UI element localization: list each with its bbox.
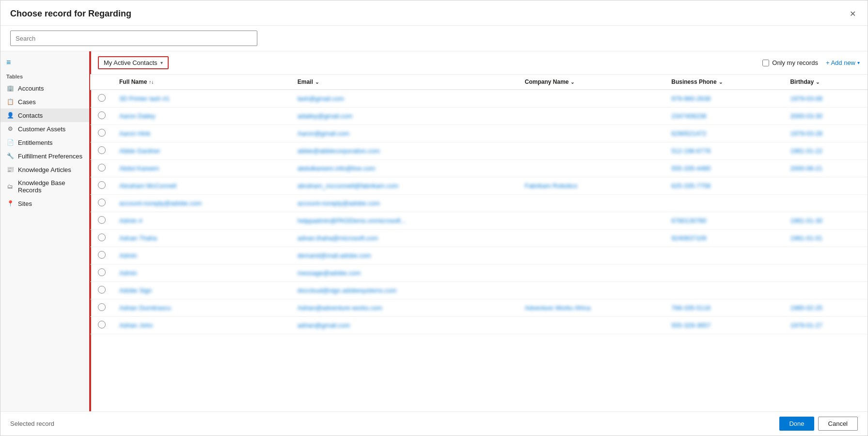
sidebar-item-customer-assets[interactable]: ⚙ Customer Assets bbox=[0, 122, 89, 136]
sidebar-item-label: Sites bbox=[18, 200, 32, 207]
row-email: abbie@abbiecorporation.com bbox=[292, 142, 519, 160]
row-full-name[interactable]: Admin bbox=[113, 265, 292, 282]
row-radio[interactable] bbox=[98, 268, 106, 276]
row-phone bbox=[665, 195, 784, 212]
row-birthday: 1981-01-22 bbox=[784, 142, 868, 160]
th-company-name[interactable]: Company Name ⌄ bbox=[519, 75, 665, 90]
row-select-cell[interactable] bbox=[90, 108, 113, 125]
row-full-name[interactable]: Aaron Dailey bbox=[113, 108, 292, 125]
row-radio[interactable] bbox=[98, 94, 106, 102]
row-birthday: 1979-03-28 bbox=[784, 125, 868, 142]
sidebar-item-cases[interactable]: 📋 Cases bbox=[0, 95, 89, 109]
row-select-cell[interactable] bbox=[90, 90, 113, 108]
row-select-cell[interactable] bbox=[90, 142, 113, 160]
search-input[interactable] bbox=[10, 31, 257, 46]
tables-label: Tables bbox=[0, 70, 89, 81]
row-full-name[interactable]: Admin bbox=[113, 247, 292, 265]
sidebar-item-knowledge-base-records[interactable]: 🗂 Knowledge Base Records bbox=[0, 176, 89, 197]
row-select-cell[interactable] bbox=[90, 230, 113, 247]
row-select-cell[interactable] bbox=[90, 317, 113, 334]
row-radio[interactable] bbox=[98, 251, 106, 259]
add-new-button[interactable]: + Add new ▾ bbox=[826, 59, 860, 66]
sort-icon: ⌄ bbox=[816, 79, 820, 85]
row-select-cell[interactable] bbox=[90, 247, 113, 265]
row-select-cell[interactable] bbox=[90, 265, 113, 282]
chevron-down-icon: ▾ bbox=[160, 60, 163, 65]
main-content: My Active Contacts ▾ Only my records + A… bbox=[90, 51, 868, 411]
table-row: 3D Printer lash #1 lash@gmail.com 979-96… bbox=[90, 90, 868, 108]
sidebar-item-fulfillment-preferences[interactable]: 🔧 Fulfillment Preferences bbox=[0, 149, 89, 163]
done-button[interactable]: Done bbox=[779, 417, 814, 431]
table-row: Admin # helppadmin@PKDDemo.onmicrosoft..… bbox=[90, 212, 868, 230]
row-radio[interactable] bbox=[98, 164, 106, 171]
contacts-table: Full Name ↑↓ Email ⌄ bbox=[90, 75, 868, 334]
sidebar-item-accounts[interactable]: 🏢 Accounts bbox=[0, 81, 89, 95]
row-phone: 555-335-4480 bbox=[665, 160, 784, 177]
row-radio[interactable] bbox=[98, 146, 106, 154]
row-select-cell[interactable] bbox=[90, 299, 113, 317]
sidebar-item-entitlements[interactable]: 📄 Entitlements bbox=[0, 136, 89, 149]
selected-record-label: Selected record bbox=[10, 420, 54, 427]
sites-icon: 📍 bbox=[6, 200, 14, 207]
sidebar-item-label: Entitlements bbox=[18, 139, 53, 146]
row-company bbox=[519, 108, 665, 125]
dialog-body: ≡ Tables 🏢 Accounts 📋 Cases 👤 Contacts ⚙… bbox=[0, 51, 868, 411]
row-email: helppadmin@PKDDemo.onmicrosoft... bbox=[292, 212, 519, 230]
th-email[interactable]: Email ⌄ bbox=[292, 75, 519, 90]
sidebar-item-label: Knowledge Base Records bbox=[18, 179, 83, 194]
row-radio[interactable] bbox=[98, 286, 106, 294]
row-birthday: 1981-01-30 bbox=[784, 212, 868, 230]
row-email: demand@mail.adobe.com bbox=[292, 247, 519, 265]
row-select-cell[interactable] bbox=[90, 195, 113, 212]
row-select-cell[interactable] bbox=[90, 177, 113, 195]
close-button[interactable]: ✕ bbox=[848, 7, 858, 20]
view-selector-button[interactable]: My Active Contacts ▾ bbox=[98, 56, 169, 69]
table-row: Aaron Hink Aaron@gmail.com 6290521472 19… bbox=[90, 125, 868, 142]
row-email: abdulkareem.info@live.com bbox=[292, 160, 519, 177]
sidebar-item-label: Knowledge Articles bbox=[18, 166, 71, 173]
row-full-name[interactable]: Abraham McConnell bbox=[113, 177, 292, 195]
row-radio[interactable] bbox=[98, 181, 106, 189]
row-full-name[interactable]: Abbie Gardner bbox=[113, 142, 292, 160]
row-full-name[interactable]: Aaron Hink bbox=[113, 125, 292, 142]
only-my-records-checkbox[interactable] bbox=[762, 60, 769, 66]
knowledge-articles-icon: 📰 bbox=[6, 166, 14, 173]
row-radio[interactable] bbox=[98, 216, 106, 224]
row-radio[interactable] bbox=[98, 303, 106, 311]
sidebar-item-sites[interactable]: 📍 Sites bbox=[0, 197, 89, 210]
row-select-cell[interactable] bbox=[90, 125, 113, 142]
sidebar-item-label: Customer Assets bbox=[18, 125, 65, 133]
row-full-name[interactable]: Abdul Kareem bbox=[113, 160, 292, 177]
only-my-records-label[interactable]: Only my records bbox=[762, 59, 818, 66]
row-full-name[interactable]: Adrian John bbox=[113, 317, 292, 334]
table-row: Abbie Gardner abbie@abbiecorporation.com… bbox=[90, 142, 868, 160]
row-full-name[interactable]: Adobe Sign bbox=[113, 282, 292, 299]
row-full-name[interactable]: Adrian Dumitrascu bbox=[113, 299, 292, 317]
th-phone-label: Business Phone bbox=[671, 78, 716, 85]
sidebar-item-label: Contacts bbox=[18, 112, 43, 119]
row-full-name[interactable]: Adnan Thaha bbox=[113, 230, 292, 247]
row-select-cell[interactable] bbox=[90, 212, 113, 230]
row-radio[interactable] bbox=[98, 129, 106, 137]
th-birthday[interactable]: Birthday ⌄ bbox=[784, 75, 868, 90]
row-full-name[interactable]: Admin # bbox=[113, 212, 292, 230]
sidebar-item-knowledge-articles[interactable]: 📰 Knowledge Articles bbox=[0, 163, 89, 176]
th-full-name[interactable]: Full Name ↑↓ bbox=[113, 75, 292, 90]
th-business-phone[interactable]: Business Phone ⌄ bbox=[665, 75, 784, 90]
row-select-cell[interactable] bbox=[90, 160, 113, 177]
sidebar-item-label: Fulfillment Preferences bbox=[18, 153, 82, 160]
entitlements-icon: 📄 bbox=[6, 139, 14, 146]
table-row: account-noreply@adobe.com account-norepl… bbox=[90, 195, 868, 212]
cancel-button[interactable]: Cancel bbox=[818, 417, 858, 431]
row-select-cell[interactable] bbox=[90, 282, 113, 299]
search-bar-row bbox=[0, 26, 868, 51]
sidebar-item-contacts[interactable]: 👤 Contacts bbox=[0, 109, 89, 122]
row-radio[interactable] bbox=[98, 321, 106, 328]
row-radio[interactable] bbox=[98, 234, 106, 241]
row-radio[interactable] bbox=[98, 111, 106, 119]
hamburger-icon[interactable]: ≡ bbox=[0, 55, 89, 70]
row-full-name[interactable]: 3D Printer lash #1 bbox=[113, 90, 292, 108]
row-full-name[interactable]: account-noreply@adobe.com bbox=[113, 195, 292, 212]
row-radio[interactable] bbox=[98, 199, 106, 206]
footer-buttons: Done Cancel bbox=[779, 417, 858, 431]
